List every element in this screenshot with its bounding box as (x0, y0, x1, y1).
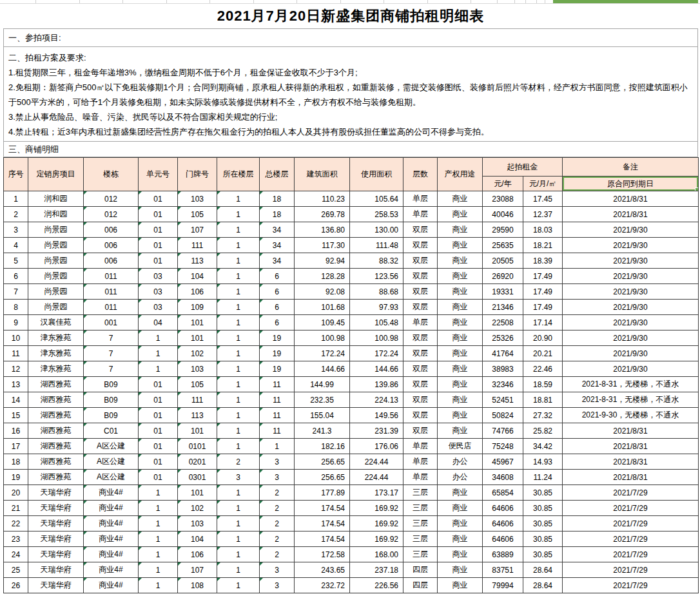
cell-building[interactable]: 006 (84, 222, 139, 238)
cell-usage[interactable]: 商业 (438, 346, 483, 361)
cell-layers[interactable]: 双层 (403, 300, 438, 315)
cell-usage[interactable]: 便民店 (438, 439, 483, 454)
cell-building[interactable]: 商业4# (84, 547, 139, 562)
cell-remark[interactable]: 2021/8/31 (563, 470, 699, 485)
col-header-seq[interactable]: 序号 (4, 158, 28, 191)
cell-layers[interactable]: 单层 (403, 191, 438, 207)
cell-project[interactable]: 湖西雅苑 (28, 392, 84, 408)
cell-rent-month[interactable]: 17.14 (523, 315, 563, 331)
cell-built-area[interactable]: 177.89 (295, 485, 350, 501)
cell-rent-month[interactable]: 30.85 (523, 547, 563, 562)
cell-building[interactable]: 006 (84, 238, 139, 253)
cell-rent-month[interactable]: 34.42 (523, 439, 563, 454)
cell-total-floors[interactable]: 19 (260, 361, 295, 377)
cell-rent-year[interactable]: 50824 (483, 408, 523, 423)
col-header-layers[interactable]: 层数 (403, 158, 438, 191)
cell-built-area[interactable]: 109.45 (295, 315, 350, 331)
cell-remark[interactable]: 2021/7/29 (563, 578, 699, 593)
cell-project[interactable]: 天瑞华府 (28, 547, 84, 562)
cell-seq[interactable]: 9 (4, 315, 28, 331)
cell-project[interactable]: 尚景园 (28, 253, 84, 269)
cell-remark[interactable]: 2021/8/31 (563, 191, 699, 207)
cell-used-area[interactable]: 169.92 (350, 516, 403, 532)
cell-floor[interactable]: 1 (217, 269, 260, 284)
cell-building[interactable]: 7 (84, 361, 139, 377)
cell-building[interactable]: 商业4# (84, 562, 139, 578)
cell-used-area[interactable]: 258.53 (350, 207, 403, 222)
cell-building[interactable]: B09 (84, 377, 139, 392)
cell-project[interactable]: 湖西雅苑 (28, 423, 84, 439)
cell-built-area[interactable]: 256.65 (295, 470, 350, 485)
cell-unit[interactable]: 1 (139, 547, 178, 562)
cell-seq[interactable]: 14 (4, 392, 28, 408)
cell-project[interactable]: 津东雅苑 (28, 331, 84, 346)
cell-unit[interactable]: 01 (139, 377, 178, 392)
cell-floor[interactable]: 2 (217, 454, 260, 470)
cell-usage[interactable]: 商业 (438, 331, 483, 346)
cell-built-area[interactable]: 144.66 (295, 361, 350, 377)
cell-floor[interactable]: 1 (217, 284, 260, 300)
cell-unit[interactable]: 01 (139, 238, 178, 253)
cell-seq[interactable]: 2 (4, 207, 28, 222)
cell-floor[interactable]: 1 (217, 361, 260, 377)
col-header-floor[interactable]: 所在楼层 (217, 158, 260, 191)
cell-building[interactable]: A区公建 (84, 454, 139, 470)
cell-layers[interactable]: 三层 (403, 501, 438, 516)
cell-layers[interactable]: 双层 (403, 238, 438, 253)
cell-usage[interactable]: 商业 (438, 547, 483, 562)
col-header-total-floors[interactable]: 总楼层 (260, 158, 295, 191)
cell-rent-year[interactable]: 64606 (483, 532, 523, 547)
cell-built-area[interactable]: 256.65 (295, 454, 350, 470)
cell-usage[interactable]: 商业 (438, 191, 483, 207)
cell-usage[interactable]: 商业 (438, 408, 483, 423)
cell-floor[interactable]: 1 (217, 578, 260, 593)
cell-built-area[interactable]: 110.23 (295, 191, 350, 207)
cell-built-area[interactable]: 144.99 (295, 377, 350, 392)
cell-usage[interactable]: 商业 (438, 222, 483, 238)
cell-rent-year[interactable]: 38983 (483, 361, 523, 377)
cell-remark[interactable]: 2021-8-31，无楼梯，不通水 (563, 392, 699, 408)
cell-used-area[interactable]: 111.48 (350, 238, 403, 253)
cell-unit[interactable]: 01 (139, 439, 178, 454)
cell-layers[interactable]: 单层 (403, 454, 438, 470)
cell-floor[interactable]: 1 (217, 532, 260, 547)
cell-door[interactable]: 109 (178, 300, 217, 315)
cell-rent-month[interactable]: 17.49 (523, 300, 563, 315)
cell-floor[interactable]: 1 (217, 516, 260, 532)
cell-unit[interactable]: 01 (139, 253, 178, 269)
cell-rent-year[interactable]: 29590 (483, 222, 523, 238)
cell-rent-month[interactable]: 18.21 (523, 238, 563, 253)
cell-building[interactable]: 012 (84, 191, 139, 207)
cell-project[interactable]: 润和园 (28, 207, 84, 222)
cell-door[interactable]: 111 (178, 392, 217, 408)
cell-unit[interactable]: 03 (139, 269, 178, 284)
cell-layers[interactable]: 四层 (403, 562, 438, 578)
cell-door[interactable]: 107 (178, 222, 217, 238)
cell-unit[interactable]: 1 (139, 516, 178, 532)
cell-project[interactable]: 尚景园 (28, 222, 84, 238)
cell-building[interactable]: 011 (84, 284, 139, 300)
cell-door[interactable]: 107 (178, 562, 217, 578)
cell-building[interactable]: 商业4# (84, 532, 139, 547)
cell-total-floors[interactable]: 34 (260, 222, 295, 238)
cell-seq[interactable]: 12 (4, 361, 28, 377)
cell-building[interactable]: 006 (84, 253, 139, 269)
cell-floor[interactable]: 1 (217, 253, 260, 269)
cell-total-floors[interactable]: 34 (260, 238, 295, 253)
col-header-built-area[interactable]: 建筑面积 (295, 158, 350, 191)
cell-door[interactable]: 101 (178, 485, 217, 501)
cell-unit[interactable]: 01 (139, 454, 178, 470)
cell-floor[interactable]: 1 (217, 315, 260, 331)
cell-used-area[interactable]: 105.64 (350, 191, 403, 207)
col-header-usage[interactable]: 产权用途 (438, 158, 483, 191)
cell-remark[interactable]: 2021/7/29 (563, 532, 699, 547)
cell-usage[interactable]: 商业 (438, 238, 483, 253)
cell-door[interactable]: 113 (178, 253, 217, 269)
cell-remark[interactable]: 2021/7/29 (563, 501, 699, 516)
cell-door[interactable]: 102 (178, 501, 217, 516)
cell-total-floors[interactable]: 19 (260, 331, 295, 346)
fill-handle[interactable] (695, 187, 699, 191)
cell-unit[interactable]: 01 (139, 408, 178, 423)
cell-floor[interactable]: 1 (217, 562, 260, 578)
cell-door[interactable]: 105 (178, 377, 217, 392)
